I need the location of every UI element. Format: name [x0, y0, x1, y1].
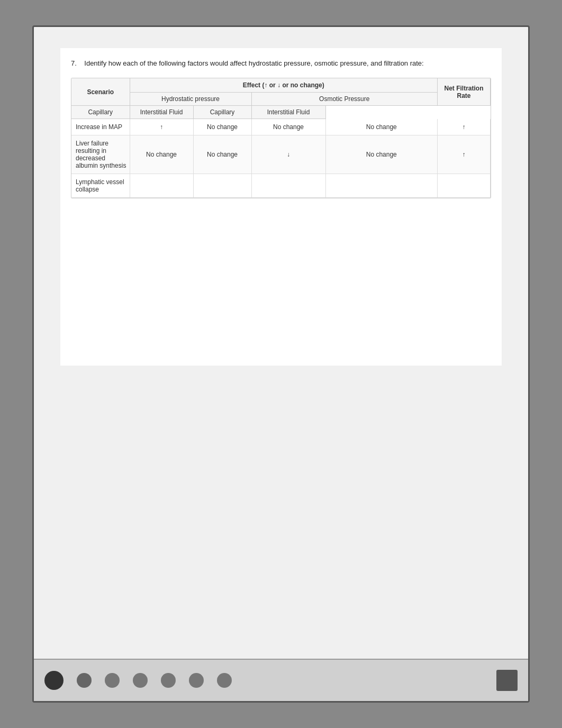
op-cap-cell-3 [251, 174, 325, 198]
toolbar-icon-6[interactable] [189, 673, 204, 688]
op-interstitial-header: Interstitial Fluid [251, 106, 325, 119]
op-cap-cell-1: No change [251, 119, 325, 135]
table-row: Liver failure resulting in decreased alb… [71, 135, 491, 174]
hp-capillary-header: Capillary [71, 106, 130, 119]
hp-cap-cell-2: No change [130, 135, 193, 174]
hp-cap-cell-3 [130, 174, 193, 198]
effect-header-cell: Effect (↑ or ↓ or no change) [130, 78, 438, 93]
toolbar-icon-7[interactable] [217, 673, 232, 688]
main-table: Scenario Effect (↑ or ↓ or no change) Ne… [71, 78, 491, 198]
osmotic-header-cell: Osmotic Pressure [251, 93, 438, 106]
net-filtration-header-cell: Net Filtration Rate [438, 78, 491, 106]
toolbar-icon-1[interactable] [44, 671, 64, 690]
net-cell-3 [438, 174, 491, 198]
hp-interstitial-header: Interstitial Fluid [130, 106, 193, 119]
table-wrapper: Scenario Effect (↑ or ↓ or no change) Ne… [71, 78, 491, 198]
hp-int-cell-1: No change [193, 119, 251, 135]
hydrostatic-header-cell: Hydrostatic pressure [130, 93, 251, 106]
hp-int-cell-3 [193, 174, 251, 198]
page-container: 7. Identify how each of the following fa… [32, 25, 530, 703]
net-cell-2: ↑ [438, 135, 491, 174]
scenario-cell-1: Increase in MAP [71, 119, 130, 135]
page-content: 7. Identify how each of the following fa… [60, 48, 502, 366]
hp-cap-cell-1: ↑ [130, 119, 193, 135]
bottom-toolbar [34, 659, 528, 701]
table-row: Increase in MAP ↑ No change No change No [71, 119, 491, 135]
hp-int-cell-2: No change [193, 135, 251, 174]
bottom-icons-row [44, 670, 518, 691]
net-cell-1: ↑ [438, 119, 491, 135]
toolbar-icon-menu[interactable] [496, 670, 518, 691]
op-cap-cell-2: ↓ [251, 135, 325, 174]
op-int-cell-1: No change [325, 119, 438, 135]
question-text: Identify how each of the following facto… [84, 59, 423, 67]
scenario-cell-3: Lymphatic vessel collapse [71, 174, 130, 198]
toolbar-icon-2[interactable] [77, 673, 92, 688]
table-row: Lymphatic vessel collapse [71, 174, 491, 198]
op-int-cell-3 [325, 174, 438, 198]
op-int-cell-2: No change [325, 135, 438, 174]
scenario-cell-2: Liver failure resulting in decreased alb… [71, 135, 130, 174]
scenario-header-cell: Scenario [71, 78, 130, 106]
toolbar-icon-4[interactable] [133, 673, 148, 688]
toolbar-icon-3[interactable] [105, 673, 120, 688]
op-capillary-header: Capillary [193, 106, 251, 119]
question-header: 7. Identify how each of the following fa… [71, 59, 491, 68]
toolbar-icon-5[interactable] [161, 673, 176, 688]
question-number: 7. [71, 59, 77, 67]
